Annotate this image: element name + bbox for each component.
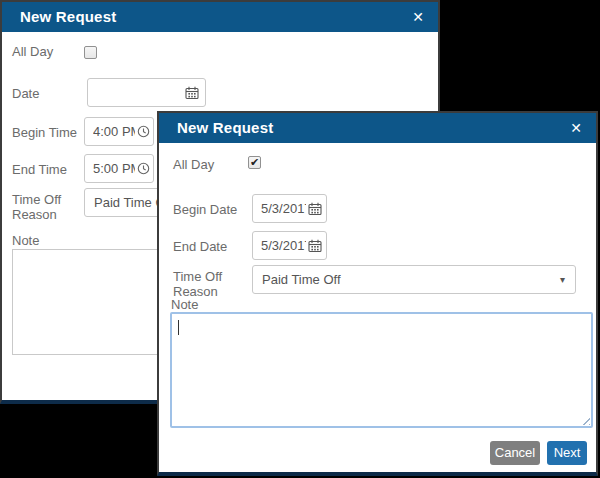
note-textarea[interactable] [170, 312, 593, 428]
note-label: Note [171, 297, 198, 312]
date-label: Date [12, 86, 39, 101]
all-day-checkbox[interactable]: ✔ [248, 156, 261, 169]
all-day-checkbox[interactable] [84, 46, 97, 59]
end-date-input[interactable] [252, 231, 327, 260]
all-day-label: All Day [173, 157, 214, 172]
time-off-reason-label: Time Off Reason [12, 192, 74, 222]
chevron-down-icon: ▾ [560, 266, 565, 293]
begin-date-label: Begin Date [173, 202, 237, 217]
close-icon[interactable]: ✕ [570, 113, 582, 143]
time-off-reason-select[interactable]: Paid Time Off ▾ [252, 265, 576, 294]
end-date-label: End Date [173, 239, 227, 254]
begin-time-input[interactable] [84, 117, 154, 146]
all-day-label: All Day [12, 44, 53, 59]
checkmark-icon: ✔ [250, 156, 259, 168]
close-icon[interactable]: ✕ [412, 2, 424, 32]
text-cursor [178, 320, 179, 335]
time-off-reason-value: Paid Time Off [262, 272, 341, 287]
dialog-header: New Request ✕ [159, 113, 596, 143]
end-time-label: End Time [12, 162, 67, 177]
resize-handle-icon[interactable] [580, 415, 590, 425]
date-input[interactable] [87, 78, 206, 107]
end-time-input[interactable] [84, 154, 154, 183]
dialog-header: New Request ✕ [2, 2, 438, 32]
begin-time-label: Begin Time [12, 125, 77, 140]
cancel-button[interactable]: Cancel [490, 441, 540, 465]
dialog-title: New Request [177, 113, 273, 143]
new-request-dialog-foreground: New Request ✕ All Day ✔ Begin Date End D… [157, 111, 598, 476]
dialog-title: New Request [20, 2, 116, 32]
begin-date-input[interactable] [252, 194, 327, 223]
note-label: Note [12, 233, 39, 248]
time-off-reason-label: Time Off Reason [173, 269, 235, 299]
next-button[interactable]: Next [547, 441, 587, 465]
